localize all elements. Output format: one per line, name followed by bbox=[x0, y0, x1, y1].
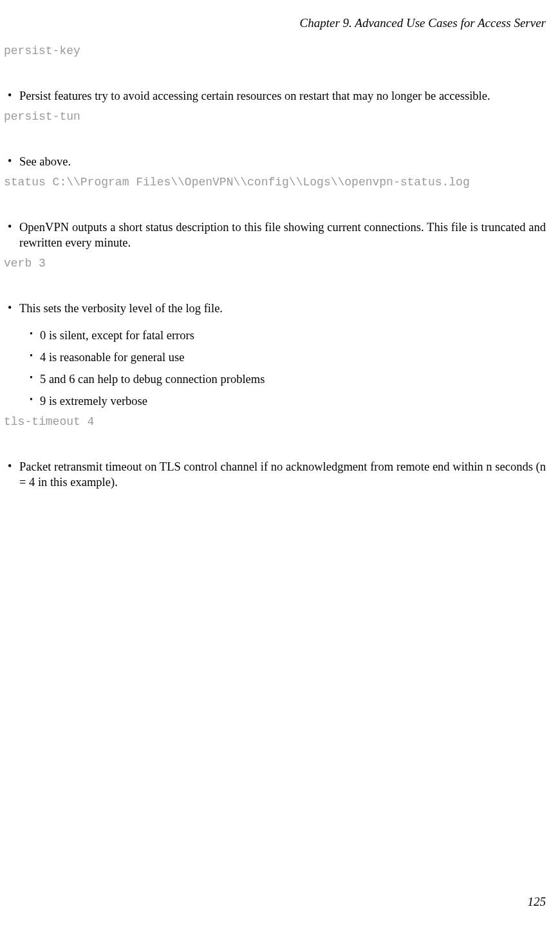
inner-bullet-9: 9 is extremely verbose bbox=[30, 393, 546, 409]
bullet-status: OpenVPN outputs a short status descripti… bbox=[8, 220, 546, 250]
bullet-list: Packet retransmit timeout on TLS control… bbox=[0, 459, 560, 490]
code-persist-key: persist-key bbox=[0, 44, 560, 57]
bullet-verb: This sets the verbosity level of the log… bbox=[8, 301, 546, 409]
inner-bullet-0: 0 is silent, except for fatal errors bbox=[30, 328, 546, 343]
bullet-persist-tun: See above. bbox=[8, 154, 546, 169]
chapter-header: Chapter 9. Advanced Use Cases for Access… bbox=[0, 16, 560, 30]
code-verb: verb 3 bbox=[0, 257, 560, 270]
bullet-list: Persist features try to avoid accessing … bbox=[0, 88, 560, 104]
code-tls-timeout: tls-timeout 4 bbox=[0, 415, 560, 428]
page-container: Chapter 9. Advanced Use Cases for Access… bbox=[0, 0, 560, 491]
code-status: status C:\\Program Files\\OpenVPN\\confi… bbox=[0, 176, 560, 189]
inner-bullet-4: 4 is reasonable for general use bbox=[30, 350, 546, 365]
page-number: 125 bbox=[528, 895, 546, 909]
inner-bullet-list: 0 is silent, except for fatal errors 4 i… bbox=[30, 328, 546, 409]
bullet-tls-timeout: Packet retransmit timeout on TLS control… bbox=[8, 459, 546, 490]
bullet-list: This sets the verbosity level of the log… bbox=[0, 301, 560, 409]
bullet-verb-text: This sets the verbosity level of the log… bbox=[19, 302, 223, 315]
bullet-list: OpenVPN outputs a short status descripti… bbox=[0, 220, 560, 250]
code-persist-tun: persist-tun bbox=[0, 110, 560, 123]
bullet-list: See above. bbox=[0, 154, 560, 169]
inner-bullet-56: 5 and 6 can help to debug connection pro… bbox=[30, 371, 546, 387]
bullet-persist-key: Persist features try to avoid accessing … bbox=[8, 88, 546, 104]
